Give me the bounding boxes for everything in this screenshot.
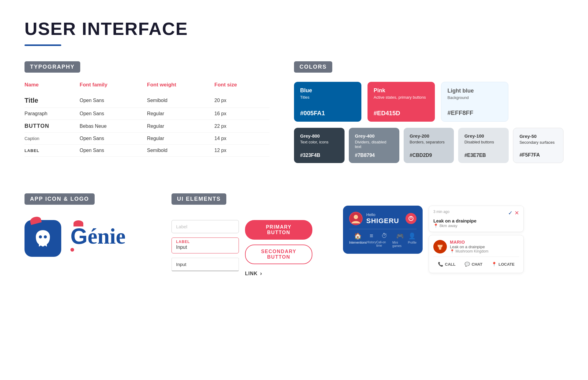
plain-input-value: Input bbox=[176, 262, 186, 267]
plain-input[interactable]: Input bbox=[172, 258, 239, 271]
color-swatch-grey50: Grey-50 Secondary surfaces #F5F7FA bbox=[513, 128, 564, 163]
color-name: Grey-400 bbox=[355, 133, 393, 139]
link-button[interactable]: LINK › bbox=[245, 269, 312, 278]
color-hex: #CBD2D9 bbox=[410, 153, 448, 158]
chat-label: CHAT bbox=[472, 262, 482, 267]
color-swatch-lightblue: Light blue Background #EFF8FF bbox=[441, 82, 508, 122]
secondary-button[interactable]: SECONDARY BUTTON bbox=[245, 245, 312, 264]
notifications-panel: 3 min ago ✓ ✕ Leak on a drainpipe 📍 8km … bbox=[429, 206, 524, 273]
typo-name: LABEL bbox=[24, 148, 80, 153]
active-input-container[interactable]: LABEL Input bbox=[172, 238, 239, 253]
svg-point-3 bbox=[354, 215, 358, 219]
nav-interventions[interactable]: 🏠 Interventions bbox=[349, 232, 367, 248]
typo-size: 20 px bbox=[214, 98, 270, 103]
typo-row-label: LABEL Open Sans Semibold 12 px bbox=[24, 145, 270, 157]
typo-size: 22 px bbox=[214, 124, 270, 129]
typo-name: Caption bbox=[24, 136, 80, 141]
locate-label: LOCATE bbox=[499, 262, 514, 267]
preview-section: Hello SHIGERU 🏠 Interventions bbox=[343, 193, 564, 278]
color-desc: Background bbox=[447, 95, 502, 100]
color-swatch-grey800: Grey-800 Text color, icons #323F4B bbox=[294, 128, 345, 163]
typo-size: 12 px bbox=[214, 148, 270, 153]
color-swatch-grey400: Grey-400 Dividers, disabled text #7B8794 bbox=[349, 128, 399, 163]
typo-name: BUTTON bbox=[24, 123, 80, 129]
svg-rect-8 bbox=[438, 243, 443, 245]
location-icon: 📍 bbox=[433, 223, 438, 228]
app-nav: 🏠 Interventions ≡ History ⏱ Call-on time… bbox=[349, 229, 417, 248]
logo-g: G bbox=[70, 225, 88, 247]
typo-font: Open Sans bbox=[80, 148, 147, 153]
color-swatch-pink: Pink Active states, primary buttons #ED4… bbox=[368, 82, 435, 122]
input-label-text: LABEL bbox=[176, 240, 234, 244]
color-name: Pink bbox=[374, 87, 429, 94]
svg-point-1 bbox=[44, 235, 47, 238]
notif-sender: MARIO bbox=[450, 240, 519, 245]
typo-weight: Regular bbox=[147, 111, 214, 116]
user-name: SHIGERU bbox=[366, 217, 399, 225]
notif-message: Leak on a drainpipe bbox=[450, 245, 519, 249]
color-swatches-row1: Blue Titles #005FA1 Pink Active states, … bbox=[294, 82, 564, 122]
color-name: Light blue bbox=[447, 88, 502, 94]
nav-history[interactable]: ≡ History bbox=[367, 232, 376, 248]
typography-badge: TYPOGRAPHY bbox=[24, 61, 80, 73]
logo-hat bbox=[74, 220, 83, 226]
link-arrow-icon: › bbox=[260, 270, 262, 277]
input-placeholder: Label bbox=[176, 224, 187, 229]
svg-point-9 bbox=[439, 247, 441, 250]
typo-font: Open Sans bbox=[80, 111, 147, 116]
nav-label: History bbox=[367, 241, 376, 244]
check-icon[interactable]: ✓ bbox=[508, 210, 513, 216]
color-hex: #E3E7EB bbox=[464, 153, 503, 158]
nav-label: Profile bbox=[408, 241, 417, 244]
typo-weight: Semibold bbox=[147, 148, 214, 153]
notification-card-1: 3 min ago ✓ ✕ Leak on a drainpipe 📍 8km … bbox=[429, 206, 524, 232]
genie-ghost-icon bbox=[32, 228, 54, 249]
color-hex: #005FA1 bbox=[300, 110, 355, 117]
notif-time: 3 min ago bbox=[433, 210, 450, 214]
typo-header-family: Font family bbox=[80, 82, 147, 88]
color-desc: Active states, primary buttons bbox=[374, 95, 429, 100]
notification-card-2: MARIO Leak on a drainpipe 📍 Mushroom Kin… bbox=[429, 235, 524, 273]
color-name: Grey-200 bbox=[410, 133, 448, 139]
label-input[interactable]: Label bbox=[172, 220, 239, 233]
power-button[interactable] bbox=[405, 213, 417, 224]
logo-rest: énie bbox=[88, 225, 126, 247]
genie-logo: G énie bbox=[70, 225, 126, 252]
nav-profile[interactable]: 👤 Profile bbox=[408, 232, 417, 248]
typo-weight: Regular bbox=[147, 136, 214, 141]
typo-font: Bebas Neue bbox=[80, 124, 147, 129]
locate-button[interactable]: 📍 LOCATE bbox=[488, 260, 518, 268]
color-desc: Disabled buttons bbox=[464, 140, 503, 144]
typo-size: 16 px bbox=[214, 111, 270, 116]
primary-button[interactable]: PRIMARY BUTTON bbox=[245, 220, 312, 240]
color-swatch-grey200: Grey-200 Borders, separators #CBD2D9 bbox=[404, 128, 454, 163]
notif-sublocation: Mushroom Kingdom bbox=[455, 249, 488, 253]
phone-icon: 📞 bbox=[438, 262, 443, 267]
chat-icon: 💬 bbox=[465, 262, 470, 267]
call-button[interactable]: 📞 CALL bbox=[435, 260, 459, 268]
color-desc: Text color, icons bbox=[300, 140, 338, 144]
typo-size: 14 px bbox=[214, 136, 270, 141]
title-underline bbox=[24, 44, 61, 46]
page-title: USER INTERFACE bbox=[24, 18, 564, 39]
color-hex: #7B8794 bbox=[355, 153, 393, 158]
ui-elements-badge: UI ELEMENTS bbox=[172, 193, 226, 205]
app-icon-badge: APP ICON & LOGO bbox=[24, 193, 95, 205]
color-desc: Dividers, disabled text bbox=[355, 140, 393, 149]
mario-avatar bbox=[433, 240, 447, 253]
chat-button[interactable]: 💬 CHAT bbox=[462, 260, 485, 268]
typo-row-btn: BUTTON Bebas Neue Regular 22 px bbox=[24, 120, 270, 133]
typo-header-name: Name bbox=[24, 82, 80, 88]
typo-weight: Regular bbox=[147, 124, 214, 129]
color-swatch-grey100: Grey-100 Disabled buttons #E3E7EB bbox=[458, 128, 509, 163]
typo-weight: Semibold bbox=[147, 98, 214, 103]
nav-minigames[interactable]: 🎮 Mini games bbox=[392, 232, 408, 248]
typo-font: Open Sans bbox=[80, 98, 147, 103]
color-swatch-blue: Blue Titles #005FA1 bbox=[294, 82, 361, 122]
app-logo-display: G énie bbox=[24, 220, 147, 257]
notif-title: Leak on a drainpipe bbox=[433, 218, 519, 223]
nav-callontime[interactable]: ⏱ Call-on time bbox=[376, 232, 392, 248]
typography-header-row: Name Font family Font weight Font size bbox=[24, 82, 270, 88]
close-icon[interactable]: ✕ bbox=[514, 210, 519, 216]
notif-location: 8km away bbox=[439, 223, 458, 228]
